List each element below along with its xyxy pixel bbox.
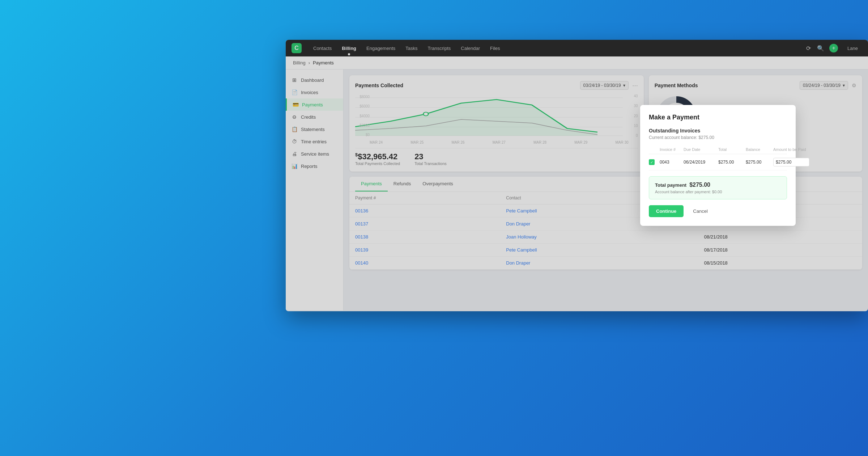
invoice-col-balance: Balance bbox=[746, 147, 771, 152]
invoice-col-num: Invoice # bbox=[660, 147, 681, 152]
make-payment-modal: Make a Payment Outstanding Invoices Curr… bbox=[640, 105, 796, 226]
total-payment-row: Total payment $275.00 bbox=[655, 182, 781, 188]
invoice-table-header: Invoice # Due Date Total Balance Amount … bbox=[649, 145, 787, 154]
balance-after-label: Account balance after payment: bbox=[655, 190, 711, 194]
invoice-num-0: 0043 bbox=[660, 160, 681, 165]
invoice-col-check bbox=[649, 147, 658, 152]
invoice-col-total: Total bbox=[718, 147, 744, 152]
app-window: C Contacts Billing Engagements Tasks Tra… bbox=[286, 40, 868, 311]
invoice-amount-input-0[interactable] bbox=[773, 158, 809, 166]
invoice-col-due: Due Date bbox=[684, 147, 716, 152]
continue-button[interactable]: Continue bbox=[649, 205, 684, 217]
modal-actions: Continue Cancel bbox=[649, 205, 787, 217]
invoice-col-amount: Amount to be Paid bbox=[773, 147, 809, 152]
total-payment-label: Total payment bbox=[655, 182, 686, 188]
modal-section-title: Outstanding Invoices bbox=[649, 128, 787, 134]
balance-label: Current account balance: bbox=[649, 135, 697, 140]
total-payment-box: Total payment $275.00 Account balance af… bbox=[649, 176, 787, 199]
total-payment-amount: $275.00 bbox=[689, 182, 710, 188]
modal-balance-info: Current account balance: $275.00 bbox=[649, 135, 787, 140]
invoice-total-0: $275.00 bbox=[718, 160, 744, 165]
modal-title: Make a Payment bbox=[649, 114, 787, 121]
balance-value: $275.00 bbox=[698, 135, 714, 140]
cancel-button[interactable]: Cancel bbox=[687, 205, 713, 217]
invoice-checkbox-0[interactable]: ✓ bbox=[649, 159, 655, 165]
balance-after-value: $0.00 bbox=[712, 190, 722, 194]
invoice-row-0: ✓ 0043 06/24/2019 $275.00 $275.00 bbox=[649, 154, 787, 170]
invoice-due-0: 06/24/2019 bbox=[684, 160, 716, 165]
balance-after: Account balance after payment: $0.00 bbox=[655, 190, 781, 194]
invoice-balance-0: $275.00 bbox=[746, 160, 771, 165]
